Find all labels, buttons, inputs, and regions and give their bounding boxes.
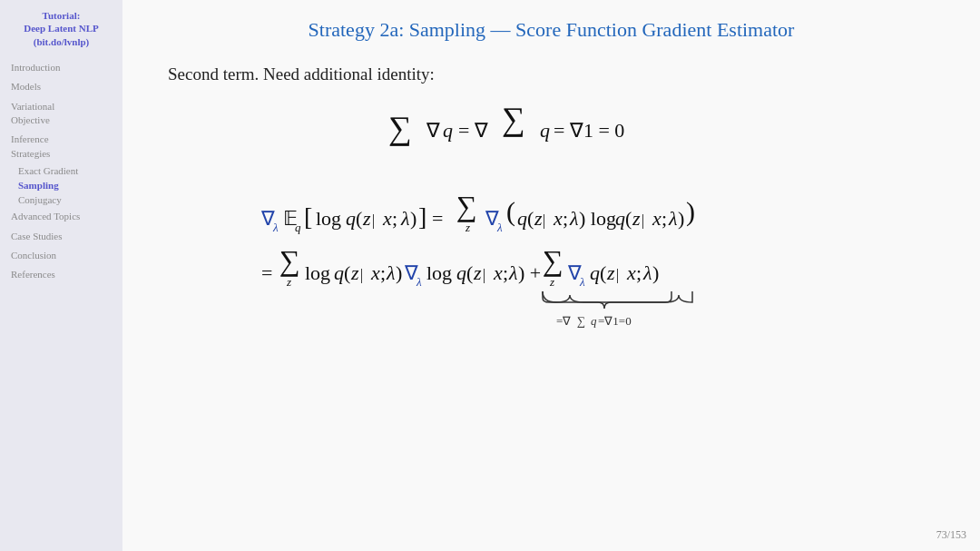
svg-text:= ∇: = ∇ — [458, 119, 488, 142]
svg-text:;: ; — [380, 261, 386, 284]
sidebar-item-references[interactable]: References — [7, 266, 115, 283]
svg-text:z: z — [534, 207, 543, 230]
svg-text:log: log — [316, 207, 341, 230]
page-number: 73/153 — [936, 528, 966, 542]
svg-text:): ) — [410, 207, 416, 230]
svg-text:z: z — [286, 275, 291, 289]
sidebar-subitem-conjugacy[interactable]: Conjugacy — [7, 193, 115, 206]
svg-text:): ) — [678, 207, 684, 230]
svg-text:q: q — [517, 207, 527, 230]
sidebar-item-variational-objective[interactable]: VariationalObjective — [7, 98, 115, 130]
sidebar-item-conclusion[interactable]: Conclusion — [7, 247, 115, 264]
sidebar-item-advanced-topics[interactable]: Advanced Topics — [7, 208, 115, 225]
svg-text:(: ( — [600, 261, 606, 284]
svg-text:(: ( — [344, 261, 350, 284]
svg-text:q: q — [295, 221, 301, 234]
svg-text:x: x — [382, 207, 392, 230]
svg-text:|: | — [543, 212, 545, 229]
svg-text:x: x — [493, 261, 503, 284]
formula-2-svg: ∇ λ 𝔼 q [ log q ( z | x ; λ ) ] — [180, 175, 924, 339]
formula-1: ∑ ∇ q = ∇ ∑ q = ∇1 = 0 — [168, 103, 935, 157]
svg-text:z: z — [362, 207, 371, 230]
sidebar-item-case-studies[interactable]: Case Studies — [7, 228, 115, 245]
svg-text:): ) — [396, 261, 402, 284]
svg-text:) +: ) + — [518, 261, 541, 284]
svg-text:) log: ) log — [579, 207, 616, 230]
svg-text:;: ; — [662, 207, 667, 230]
svg-text:;: ; — [636, 261, 642, 284]
svg-text:λ: λ — [508, 261, 518, 284]
svg-text:(: ( — [466, 261, 473, 284]
svg-text:): ) — [652, 261, 659, 284]
svg-text:|: | — [360, 267, 363, 283]
svg-text:∑: ∑ — [577, 314, 585, 328]
svg-text:|: | — [372, 212, 375, 229]
svg-text:|: | — [483, 267, 485, 283]
slide-title: Strategy 2a: Sampling — Score Function G… — [159, 18, 944, 42]
sidebar: Tutorial:Deep Latent NLP(bit.do/lvnlp) I… — [0, 0, 122, 551]
svg-text:λ: λ — [272, 221, 279, 234]
svg-text:q: q — [334, 261, 344, 284]
svg-text:q: q — [456, 261, 466, 284]
svg-text:q: q — [615, 207, 625, 230]
svg-text:=: = — [432, 207, 443, 230]
svg-text:∑: ∑ — [502, 103, 525, 137]
sidebar-item-models[interactable]: Models — [7, 78, 115, 95]
svg-text:λ: λ — [416, 275, 422, 289]
svg-text:(: ( — [527, 207, 534, 230]
svg-text:λ: λ — [642, 261, 652, 284]
svg-text:∑: ∑ — [543, 244, 564, 277]
sidebar-item-inference-strategies[interactable]: InferenceStrategies — [7, 131, 115, 162]
svg-text:z: z — [549, 275, 554, 289]
svg-text:=∇: =∇ — [556, 314, 571, 328]
svg-text:x: x — [553, 207, 563, 230]
svg-text:λ: λ — [579, 275, 585, 289]
sidebar-title: Tutorial:Deep Latent NLP(bit.do/lvnlp) — [7, 9, 115, 48]
svg-text:∑: ∑ — [388, 110, 412, 146]
svg-text:]: ] — [418, 202, 426, 231]
second-term-text: Second term. Need additional identity: — [168, 64, 935, 84]
svg-text:∑: ∑ — [456, 190, 477, 222]
sidebar-subitem-exact-gradient[interactable]: Exact Gradient — [7, 164, 115, 177]
svg-text:x: x — [626, 261, 636, 284]
formula-2-container: ∇ λ 𝔼 q [ log q ( z | x ; λ ) ] — [168, 175, 935, 339]
main-content: Strategy 2a: Sampling — Score Function G… — [122, 0, 980, 551]
svg-text:λ: λ — [569, 207, 579, 230]
svg-text:log: log — [305, 261, 330, 284]
svg-text:;: ; — [563, 207, 568, 230]
svg-text:x: x — [652, 207, 662, 230]
svg-text:q: q — [346, 207, 356, 230]
svg-text:): ) — [686, 196, 695, 227]
svg-text:q: q — [590, 261, 600, 284]
svg-text:(: ( — [506, 196, 515, 227]
svg-text:[: [ — [304, 202, 312, 231]
svg-text:λ: λ — [496, 221, 503, 234]
svg-text:x: x — [370, 261, 380, 284]
svg-text:|: | — [616, 267, 619, 283]
svg-text:log: log — [426, 261, 452, 284]
content-area: Second term. Need additional identity: ∑… — [159, 64, 944, 339]
sidebar-subitem-sampling[interactable]: Sampling — [7, 179, 115, 192]
svg-text:=∇1=0: =∇1=0 — [598, 314, 632, 328]
svg-text:q: q — [591, 314, 597, 328]
svg-text:(: ( — [625, 207, 632, 230]
svg-text:(: ( — [356, 207, 362, 230]
svg-text:=: = — [261, 261, 272, 284]
svg-text:∇: ∇ — [426, 119, 440, 142]
svg-text:= ∇1 = 0: = ∇1 = 0 — [554, 119, 624, 142]
svg-text:∑: ∑ — [279, 244, 300, 277]
svg-text:z: z — [350, 261, 359, 284]
sidebar-item-introduction[interactable]: Introduction — [7, 59, 115, 76]
svg-text:z: z — [606, 261, 615, 284]
formula-1-svg: ∑ ∇ q = ∇ ∑ q = ∇1 = 0 — [379, 103, 724, 157]
svg-text:;: ; — [503, 261, 508, 284]
svg-text:z: z — [632, 207, 641, 230]
svg-text:q: q — [443, 119, 453, 142]
svg-text:q: q — [540, 119, 550, 142]
svg-text:λ: λ — [386, 261, 396, 284]
svg-text:λ: λ — [400, 207, 410, 230]
svg-text:;: ; — [392, 207, 397, 230]
svg-text:z: z — [465, 221, 470, 234]
svg-text:λ: λ — [668, 207, 678, 230]
svg-text:z: z — [473, 261, 482, 284]
